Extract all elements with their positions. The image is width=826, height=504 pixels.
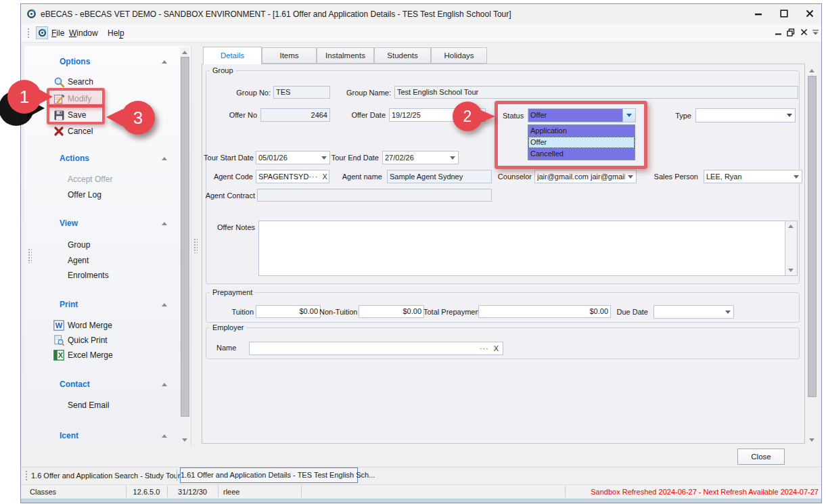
offer-notes-label: Offer Notes <box>212 221 255 233</box>
employer-clear-button[interactable]: X <box>494 344 499 352</box>
menu-help[interactable]: Help <box>105 26 127 41</box>
type-dropdown[interactable] <box>695 108 796 122</box>
svg-text:W: W <box>55 321 63 329</box>
group-no-field[interactable]: TES <box>273 86 330 99</box>
tab-items[interactable]: Items <box>262 47 317 64</box>
collapse-icent-icon[interactable] <box>162 434 167 438</box>
status-separator <box>565 486 566 497</box>
mdi-close-button[interactable] <box>799 27 809 37</box>
agent-code-value: SPAGENTSYD <box>258 173 308 181</box>
sales-person-dropdown[interactable]: LEE, Ryan <box>704 170 802 183</box>
screen: eBECAS - eBECAS VET DEMO - SANDBOX ENVIR… <box>0 0 826 504</box>
agent-contract-field[interactable] <box>257 189 492 202</box>
mdi-restore-button[interactable] <box>785 27 796 37</box>
maximize-button[interactable] <box>773 5 796 22</box>
bottom-tab-details-active[interactable]: 1.61 Offer and Application Details - TES… <box>180 467 358 483</box>
sidebar-section-options[interactable]: Options <box>60 57 90 66</box>
type-label: Type <box>668 110 691 122</box>
status-option-offer[interactable]: Offer <box>528 137 635 148</box>
employer-box-title: Employer <box>210 323 246 331</box>
tour-start-date-picker[interactable]: 05/01/26 <box>256 151 330 164</box>
agent-code-field[interactable]: SPAGENTSYD ··· X <box>256 170 329 183</box>
close-window-button[interactable] <box>798 5 821 22</box>
collapse-print-icon[interactable] <box>162 303 167 306</box>
sidebar-item-offer-log[interactable]: Offer Log <box>68 190 101 200</box>
group-no-label: Group No: <box>222 87 271 99</box>
status-option-application[interactable]: Application <box>528 125 635 137</box>
due-date-picker[interactable] <box>653 305 734 319</box>
non-tuition-field[interactable]: $0.00 <box>359 305 424 318</box>
minimize-button[interactable] <box>747 5 770 22</box>
left-splitter-grip[interactable] <box>28 248 32 263</box>
menu-window[interactable]: Window <box>66 26 101 41</box>
tour-start-date-value: 05/01/26 <box>258 154 319 162</box>
group-name-field[interactable]: Test English School Tour <box>394 86 798 99</box>
sidebar-splitter-grip[interactable] <box>193 238 198 253</box>
sidebar-item-modify[interactable]: Modify <box>68 94 91 104</box>
sidebar-item-save[interactable]: Save <box>68 110 86 120</box>
tuition-label: Tuition <box>225 306 254 318</box>
agent-code-clear-button[interactable]: X <box>322 173 327 181</box>
sidebar-item-agent[interactable]: Agent <box>68 256 89 265</box>
status-cell-version: 12.6.5.0 <box>126 485 167 499</box>
employer-name-field[interactable]: ··· X <box>249 342 503 355</box>
sidebar-item-quick-print[interactable]: Quick Print <box>68 336 108 345</box>
agent-code-lookup-button[interactable]: ··· <box>308 173 318 181</box>
offer-no-field[interactable]: 2464 <box>260 108 330 122</box>
sidebar-item-accept-offer[interactable]: Accept Offer <box>68 175 112 184</box>
employer-name-label: Name <box>216 342 236 354</box>
close-button[interactable]: Close <box>737 449 785 465</box>
status-option-cancelled[interactable]: Cancelled <box>528 148 635 160</box>
menu-file[interactable]: File <box>49 26 67 41</box>
sidebar-item-search[interactable]: Search <box>68 77 93 87</box>
tuition-field[interactable]: $0.00 <box>256 305 321 318</box>
sidebar-section-icent[interactable]: Icent <box>60 431 78 440</box>
offer-date-field[interactable]: 19/12/25 <box>389 108 486 122</box>
mdi-minimize-button[interactable] <box>773 27 783 37</box>
tab-details[interactable]: Details <box>203 47 262 64</box>
offer-no-label: Offer No <box>216 109 257 121</box>
collapse-contact-icon[interactable] <box>162 383 167 386</box>
sidebar-section-actions[interactable]: Actions <box>60 154 89 163</box>
bottom-tab-search[interactable]: 1.6 Offer and Application Search - Study… <box>31 469 175 483</box>
help-accelerator-underline <box>119 38 123 39</box>
offer-notes-value <box>259 224 263 232</box>
tour-end-date-value: 27/02/26 <box>385 154 447 162</box>
total-prepayment-label: Total Prepayment <box>423 306 476 318</box>
tab-holidays[interactable]: Holidays <box>431 47 487 64</box>
collapse-actions-icon[interactable] <box>162 157 167 160</box>
total-prepayment-field[interactable]: $0.00 <box>478 305 611 318</box>
employer-lookup-button[interactable]: ··· <box>480 344 489 352</box>
tab-bar-grip[interactable] <box>25 470 28 481</box>
sidebar-section-print[interactable]: Print <box>60 300 78 309</box>
status-dropdown[interactable]: Offer <box>528 108 636 122</box>
offer-notes-scrollbar[interactable] <box>785 221 797 275</box>
sidebar-scrollbar[interactable] <box>180 47 189 445</box>
agent-name-field[interactable]: Sample Agent Sydney <box>387 170 492 183</box>
status-cell-user: rleee <box>223 485 239 499</box>
content-scrollbar[interactable] <box>807 66 817 445</box>
status-cell-date: 31/12/30 <box>167 485 218 499</box>
sidebar-item-send-email[interactable]: Send Email <box>68 400 109 410</box>
sidebar-section-contact[interactable]: Contact <box>60 380 90 389</box>
tab-instalments[interactable]: Instalments <box>317 47 374 64</box>
status-dropdown-button[interactable] <box>622 109 635 122</box>
status-dropdown-value: Offer <box>528 109 622 122</box>
menu-bar: File Window Help <box>21 24 821 43</box>
sidebar-item-cancel[interactable]: Cancel <box>68 127 93 136</box>
app-logo-icon-small[interactable] <box>36 26 48 39</box>
sidebar-item-group[interactable]: Group <box>68 240 90 250</box>
toolbar-options-arrow-icon[interactable] <box>811 28 819 37</box>
collapse-view-icon[interactable] <box>162 222 167 225</box>
offer-notes-textarea[interactable] <box>258 221 798 276</box>
sidebar-item-word-merge[interactable]: Word Merge <box>68 321 112 330</box>
tab-students[interactable]: Students <box>374 47 431 64</box>
menubar-grip[interactable] <box>27 28 30 39</box>
tour-start-date-label: Tour Start Date <box>198 152 254 164</box>
sidebar-item-excel-merge[interactable]: Excel Merge <box>68 350 113 360</box>
tour-end-date-picker[interactable]: 27/02/26 <box>382 151 459 164</box>
counselor-dropdown[interactable]: jair@gmail.com jair@gmail.cc <box>534 170 637 183</box>
sidebar-item-enrolments[interactable]: Enrolments <box>68 271 109 280</box>
collapse-options-icon[interactable] <box>162 60 167 64</box>
sidebar-section-view[interactable]: View <box>60 219 78 228</box>
